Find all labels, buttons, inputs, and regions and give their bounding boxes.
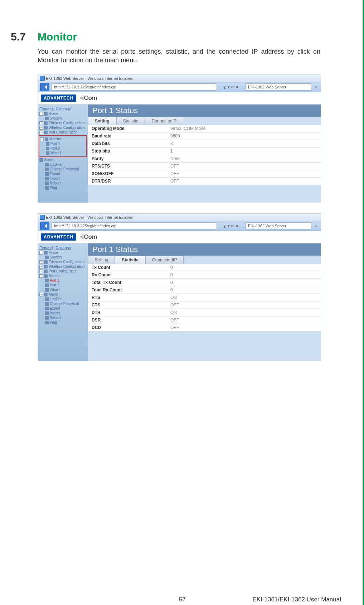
collapse-link[interactable]: Collapse	[55, 107, 71, 111]
sidebar-item-system[interactable]: System	[45, 255, 87, 259]
sidebar-item-export[interactable]: Export	[45, 306, 87, 310]
folder-icon	[44, 274, 48, 278]
sidebar-item-port2[interactable]: Port 2	[46, 146, 85, 150]
sidebar-item-ping[interactable]: Ping	[45, 320, 87, 324]
collapse-link[interactable]: Collapse	[55, 246, 71, 250]
highlight-box: -Monitor Port 1 Port 2 Wlan 1	[39, 135, 87, 157]
tab-connectedip[interactable]: ConnectedIP	[145, 117, 183, 125]
port-icon	[46, 147, 49, 150]
port-icon	[46, 142, 49, 146]
table-row: Tx Count0	[88, 264, 321, 271]
address-bar[interactable]: http://172.18.3.225/cgi-bin/index.cgi	[52, 222, 217, 229]
page-icon	[45, 163, 49, 166]
port-icon	[45, 279, 49, 282]
tab-setting[interactable]: Setting	[88, 256, 115, 264]
sidebar-item-port1[interactable]: Port 1	[45, 279, 87, 282]
sidebar-item-port2[interactable]: Port 2	[45, 283, 87, 287]
sidebar-item-reboot[interactable]: Reboot	[45, 316, 87, 320]
browser-tab[interactable]: EKI-1362 Web Server	[246, 222, 311, 229]
address-controls[interactable]: ρ ▾ ⟳ ✕	[219, 85, 243, 89]
content-title: Port 1 Status	[88, 243, 321, 256]
sidebar-item-port-config[interactable]: +Port Configuration	[39, 269, 87, 273]
tab-statistic[interactable]: Statistic	[115, 256, 145, 264]
sidebar-expand-collapse[interactable]: Expand | Collapse	[39, 246, 87, 250]
table-row: RTSON	[88, 294, 321, 301]
table-row: Total Tx Count0	[88, 279, 321, 286]
folder-icon	[44, 270, 48, 273]
sidebar-item-system[interactable]: System	[45, 116, 87, 120]
content-area: Port 1 Status Setting Statistic Connecte…	[88, 105, 321, 203]
page-icon	[45, 172, 49, 176]
sidebar-item-wlan1[interactable]: Wlan 1	[46, 151, 85, 155]
close-tab-icon[interactable]: ×	[314, 84, 319, 90]
back-button[interactable]	[40, 83, 49, 91]
expand-link[interactable]: Expand	[39, 107, 53, 111]
sidebar-item-monitor[interactable]: -Monitor	[39, 274, 87, 278]
sidebar-item-ping[interactable]: Ping	[45, 186, 87, 190]
statistic-table: Tx Count0 Rx Count0 Total Tx Count0 Tota…	[88, 264, 321, 331]
advantech-logo: ADVANTECH	[41, 95, 76, 102]
sidebar-item-change-password[interactable]: Change Password	[45, 167, 87, 171]
body-text: You can monitor the serial ports setting…	[38, 47, 320, 65]
table-row: DSROFF	[88, 316, 321, 324]
tab-setting[interactable]: Setting	[88, 117, 116, 125]
close-tab-icon[interactable]: ×	[314, 223, 319, 229]
page-icon	[45, 177, 49, 180]
table-row: Data bits8	[88, 140, 321, 147]
sidebar-item-home[interactable]: -Home	[39, 251, 87, 255]
sidebar-item-ethernet[interactable]: +Ethernet Configuration	[39, 121, 87, 125]
page-icon	[45, 321, 49, 324]
sidebar-item-port1[interactable]: Port 1	[46, 142, 85, 146]
folder-icon	[44, 251, 48, 255]
table-row: Operating ModeVirtual COM Mode	[88, 125, 321, 132]
sidebar-item-import[interactable]: Import	[45, 311, 87, 315]
page-icon	[45, 117, 49, 120]
sidebar-item-import[interactable]: Import	[45, 176, 87, 180]
page-icon	[45, 182, 49, 185]
sidebar-expand-collapse[interactable]: Expand | Collapse	[39, 107, 87, 111]
wlan-icon	[45, 288, 49, 292]
tab-statistic[interactable]: Statistic	[116, 117, 145, 125]
section-number: 5.7	[11, 31, 26, 43]
sidebar-item-reboot[interactable]: Reboot	[45, 181, 87, 185]
table-row: RTS/CTSOFF	[88, 163, 321, 170]
sidebar-item-home[interactable]: -Home	[39, 112, 87, 116]
address-bar[interactable]: http://172.18.3.225/cgi-bin/index.cgi	[52, 83, 217, 91]
page-icon	[45, 297, 49, 301]
table-row: ParityNone	[88, 155, 321, 163]
table-row: DTR/DSROFF	[88, 178, 321, 185]
screenshot-setting: EKI-1362 Web Server - Windows Internet E…	[38, 74, 321, 202]
manual-name: EKI-1361/EKI-1362 User Manual	[252, 596, 341, 603]
sidebar-item-alarm[interactable]: +Alarm	[39, 292, 87, 296]
icom-logo: •iCom	[80, 233, 97, 241]
browser-tab[interactable]: EKI-1362 Web Server	[246, 83, 311, 91]
back-button[interactable]	[40, 222, 49, 230]
folder-icon	[44, 131, 48, 134]
sidebar-item-logfile[interactable]: LogFile	[45, 297, 87, 301]
sidebar-item-alarm[interactable]: Alarm	[39, 158, 87, 162]
sidebar-item-wlan1[interactable]: Wlan 1	[45, 288, 87, 292]
expand-link[interactable]: Expand	[39, 246, 53, 250]
sidebar-item-change-password[interactable]: Change Password	[45, 302, 87, 306]
sidebar-item-ethernet[interactable]: +Ethernet Configuration	[39, 260, 87, 264]
page-icon	[45, 302, 49, 306]
folder-icon	[44, 126, 48, 130]
address-controls[interactable]: ρ ▾ ⟳ ✕	[219, 224, 243, 228]
table-row: CTSOFF	[88, 301, 321, 309]
sidebar-item-export[interactable]: Export	[45, 172, 87, 176]
page-icon	[45, 316, 49, 320]
table-row: Rx Count0	[88, 271, 321, 279]
folder-icon	[44, 260, 48, 264]
page-number: 57	[179, 596, 186, 603]
sidebar-item-port-config[interactable]: +Port Configuration	[39, 130, 87, 134]
folder-icon	[44, 265, 48, 268]
sidebar-item-wireless[interactable]: +Wireless Configuration	[39, 265, 87, 268]
sidebar-item-logfile[interactable]: LogFile	[45, 163, 87, 166]
sidebar-item-monitor[interactable]: -Monitor	[40, 137, 85, 141]
folder-icon	[44, 112, 48, 116]
content-title: Port 1 Status	[88, 105, 321, 117]
folder-icon	[44, 293, 48, 296]
tab-connectedip[interactable]: ConnectedIP	[145, 256, 184, 264]
sidebar-item-wireless[interactable]: +Wireless Configuration	[39, 126, 87, 130]
tab-row: Setting Statistic ConnectedIP	[88, 256, 321, 264]
